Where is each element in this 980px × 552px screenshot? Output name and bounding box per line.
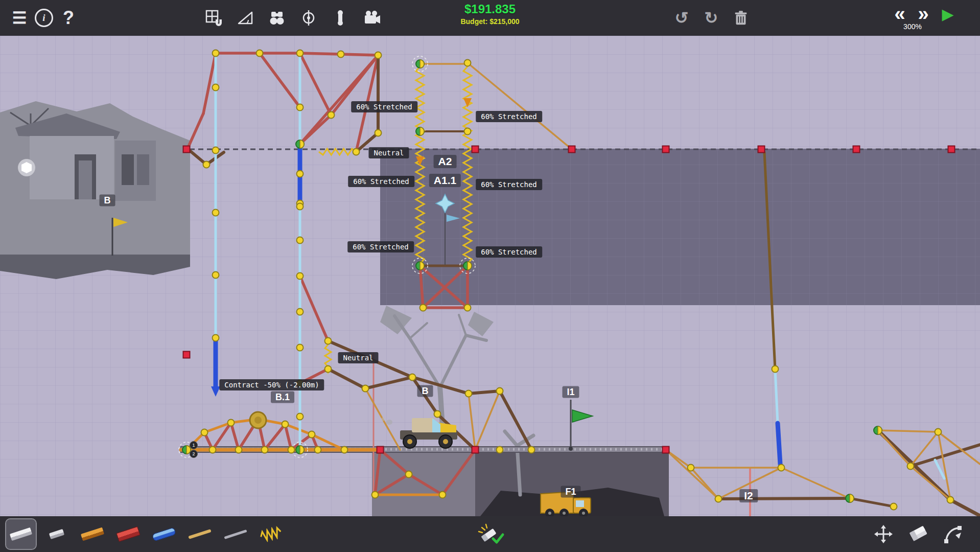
flare-check-button[interactable] (473, 519, 509, 549)
material-road-button[interactable] (6, 519, 36, 549)
delete-icon[interactable] (729, 6, 753, 30)
binoculars-icon[interactable] (265, 6, 289, 30)
level-scene[interactable] (0, 36, 980, 516)
eraser-tool-icon (907, 524, 929, 544)
hydraulic-material-icon (152, 527, 176, 541)
help-icon[interactable]: ? (56, 6, 81, 30)
reinforced-road-icon (116, 526, 140, 542)
bend-tool-icon (942, 524, 964, 544)
grid-snap-icon[interactable] (201, 6, 226, 30)
material-hydraulic-button[interactable] (149, 519, 179, 549)
edit-tools-group (869, 516, 968, 552)
top-toolbar: ☰ i ? $191.835 B (0, 0, 980, 36)
history-group: ↺ ↻ (669, 0, 753, 36)
build-tools-group (201, 0, 384, 36)
redo-icon[interactable]: ↻ (699, 6, 724, 30)
material-reinforced-road-button[interactable] (113, 519, 143, 549)
eraser-small-button[interactable] (42, 519, 72, 549)
poly-bridge-game-window: ☰ i ? $191.835 B (0, 0, 980, 552)
camera-icon[interactable] (360, 6, 384, 30)
road-material-icon (10, 527, 32, 541)
simulation-speed: 300% (903, 22, 922, 31)
material-toolbar (0, 516, 980, 552)
budget-limit: Budget: $215,000 (460, 17, 519, 26)
split-joint-icon[interactable] (296, 6, 321, 30)
move-tool-button[interactable] (869, 519, 898, 549)
hamburger-menu-icon[interactable]: ☰ (7, 6, 32, 30)
bend-tool-button[interactable] (938, 519, 968, 549)
spring-material-icon (258, 524, 284, 543)
eraser-tool-button[interactable] (903, 519, 933, 549)
info-icon[interactable]: i (32, 6, 56, 30)
budget-display: $191.835 Budget: $215,000 (460, 2, 519, 26)
flare-check-icon (477, 522, 505, 546)
eraser-icon (49, 529, 64, 539)
current-cost: $191.835 (460, 2, 519, 16)
dark-band (380, 149, 980, 305)
material-wood-button[interactable] (78, 519, 107, 549)
undo-icon[interactable]: ↺ (669, 6, 694, 30)
rope-material-icon (188, 529, 212, 539)
slope-tool-icon[interactable] (233, 6, 258, 30)
joint-bone-icon[interactable] (328, 6, 353, 30)
build-area[interactable] (0, 36, 980, 516)
flare-group (473, 516, 509, 552)
cable-material-icon (224, 530, 247, 539)
move-tool-icon (873, 524, 894, 544)
play-button[interactable]: ▶ (936, 2, 960, 26)
gold-disc-hub (254, 417, 262, 424)
materials-group (6, 516, 286, 552)
material-spring-button[interactable] (256, 519, 286, 549)
playback-group: « » ▶ (889, 0, 960, 32)
material-rope-button[interactable] (185, 519, 215, 549)
material-cable-button[interactable] (221, 519, 250, 549)
wood-material-icon (81, 527, 104, 541)
menu-group: ☰ i ? (7, 0, 81, 36)
